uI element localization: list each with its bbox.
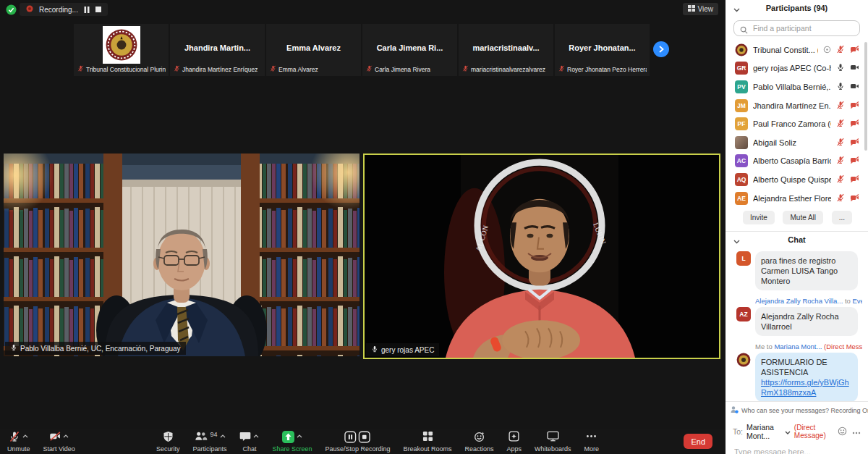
mic-muted-icon <box>462 65 469 73</box>
collapse-chat-icon[interactable] <box>733 237 740 245</box>
chevron-up-icon[interactable] <box>220 432 226 440</box>
chat-title: Chat <box>788 235 805 244</box>
avatar: PV <box>735 80 748 93</box>
side-panel: Participants (94) Tribunal Constit... (H… <box>726 0 868 454</box>
filmstrip-tile-1[interactable]: Tribunal Constitucional Plurina... <box>74 24 169 76</box>
participants-more-button[interactable]: ... <box>832 211 852 224</box>
mic-muted-icon <box>836 154 845 167</box>
camera-off-icon <box>850 154 859 167</box>
zoom-window: Recording... View Tribunal Constituciona… <box>0 0 868 454</box>
chat-header: Chat <box>726 232 868 247</box>
chat-message-3: Me to Mariana Mont... (Direct Message)FO… <box>736 342 862 401</box>
invite-button[interactable]: Invite <box>743 211 775 224</box>
avatar <box>735 136 748 149</box>
tribunal-seal-logo <box>103 26 140 64</box>
end-meeting-button[interactable]: End <box>684 434 712 449</box>
search-participant-input[interactable] <box>733 20 860 36</box>
message-bubble: Alejandra Zally Rocha Villarroel <box>755 307 858 336</box>
video-tile-gery: AL CON LURIN <box>363 154 720 359</box>
avatar <box>735 43 748 56</box>
tile-name-label: Emma Alvarez <box>270 65 318 73</box>
toolbar-chat-button[interactable]: Chat <box>239 431 259 453</box>
toolbar-apps-button[interactable]: Apps <box>507 431 522 453</box>
participant-row-8[interactable]: AQAlberto Quispe Quispe <box>726 170 868 189</box>
message-link[interactable]: https://forms.gle/yBWjGhRmX188mzxaA <box>761 377 852 398</box>
filmstrip-next-button[interactable] <box>653 41 669 57</box>
mic-icon <box>371 345 378 354</box>
chat-icon <box>239 431 251 443</box>
participant-row-1[interactable]: Tribunal Constit... (Host, me) <box>726 41 868 59</box>
message-header: Me to Mariana Mont... (Direct Message) <box>755 342 862 350</box>
chat-more-icon[interactable] <box>852 427 861 436</box>
avatar: AE <box>735 192 748 205</box>
chat-message-list: Lpara fines de registro Carmen LUISA Tan… <box>726 247 868 401</box>
camera-off-icon <box>850 136 859 149</box>
toolbar-security-button[interactable]: Security <box>156 431 180 453</box>
filmstrip-tile-4[interactable]: Carla Jimena Ri...Carla Jimena Rivera <box>362 24 457 76</box>
tile-name-label: Jhandira Martínez Enríquez <box>174 65 258 73</box>
panel-scrollbar[interactable] <box>864 42 867 151</box>
more-icon <box>586 431 597 443</box>
stop-recording-button[interactable] <box>95 7 101 12</box>
camera-off-icon <box>850 173 859 186</box>
mic-muted-icon <box>836 99 845 112</box>
filmstrip-tile-2[interactable]: Jhandira Martin...Jhandira Martínez Enrí… <box>170 24 265 76</box>
pause-recording-button[interactable] <box>84 7 90 13</box>
participant-row-4[interactable]: JMJhandira Martínez En... (Co-host) <box>726 96 868 115</box>
camera-off-icon <box>49 431 61 443</box>
avatar: PF <box>735 117 748 130</box>
mic-muted-icon <box>9 431 20 444</box>
reactions-icon <box>474 431 485 444</box>
tile-display-name: Royer Jhonatan... <box>555 43 650 52</box>
emoji-icon[interactable] <box>838 426 847 437</box>
avatar: L <box>736 251 751 266</box>
toolbar-breakout-rooms-button[interactable]: Breakout Rooms <box>404 431 452 453</box>
audio-indicator-icon <box>823 43 831 56</box>
meeting-area: Recording... View Tribunal Constituciona… <box>0 0 726 454</box>
mute-all-button[interactable]: Mute All <box>783 211 823 224</box>
toolbar-participants-button[interactable]: 94Participants <box>192 431 226 453</box>
chat-privacy-notice: Who can see your messages? Recording On <box>726 401 868 419</box>
participant-row-9[interactable]: AEAlejandra Esther Flores Soria <box>726 189 868 208</box>
participant-row-7[interactable]: ACAlberto Casapía Barrionuevo <box>726 152 868 171</box>
tile-display-name: mariacristinaalv... <box>459 43 553 52</box>
collapse-participants-icon[interactable] <box>733 5 740 14</box>
message-bubble: para fines de registro Carmen LUISA Tang… <box>755 251 858 290</box>
toolbar-reactions-button[interactable]: Reactions <box>465 431 494 453</box>
video-scene-seal: AL CON LURIN <box>365 155 719 358</box>
view-button[interactable]: View <box>683 3 719 15</box>
participant-row-3[interactable]: PVPablo Villalba Bernié,... (Co-host) <box>726 77 868 96</box>
toolbar-start-video-button[interactable]: Start Video <box>43 431 75 453</box>
filmstrip-tile-6[interactable]: Royer Jhonatan...Royer Jhonatan Pezo Her… <box>555 24 650 76</box>
recording-dot-icon <box>26 5 33 14</box>
avatar: AQ <box>735 173 748 186</box>
tile-name-label: Tribunal Constitucional Plurina... <box>77 65 166 73</box>
toolbar-more-button[interactable]: More <box>584 431 599 453</box>
participant-row-2[interactable]: GRgery rojas APEC (Co-host) <box>726 59 868 78</box>
chevron-up-icon[interactable] <box>22 432 28 440</box>
toolbar-pause-stop-recording-button[interactable]: Pause/Stop Recording <box>325 431 390 453</box>
participant-name-text: Pablo Villalba Bernié, UC, Encarnación, … <box>20 345 181 353</box>
whiteboards-icon <box>547 431 559 443</box>
tile-display-name: Emma Alvarez <box>266 43 361 52</box>
recipient-name: Mariana Mont... <box>746 423 783 440</box>
participant-row-6[interactable]: Abigail Soliz <box>726 133 868 152</box>
chevron-up-icon[interactable] <box>253 432 259 440</box>
chevron-right-icon <box>658 44 664 55</box>
toolbar-share-screen-button[interactable]: Share Screen <box>272 431 312 453</box>
participant-row-5[interactable]: PFPaul Franco Zamora (Co-host) <box>726 114 868 133</box>
privacy-notice-text: Who can see your messages? Recording On <box>741 407 868 414</box>
chevron-up-icon[interactable] <box>63 432 69 440</box>
filmstrip-tile-3[interactable]: Emma AlvarezEmma Alvarez <box>266 24 361 76</box>
mic-icon <box>10 344 17 353</box>
filmstrip-tile-5[interactable]: mariacristinaalv...mariacristinaalvareza… <box>459 24 553 76</box>
video-name-label-pablo: Pablo Villalba Bernié, UC, Encarnación, … <box>5 342 186 355</box>
camera-off-icon <box>850 99 859 112</box>
chat-message-input[interactable] <box>733 447 859 454</box>
tile-display-name: Carla Jimena Ri... <box>362 43 457 52</box>
mic-on-icon <box>836 80 845 93</box>
recipient-dropdown[interactable]: Mariana Mont... <box>746 423 791 440</box>
toolbar-whiteboards-button[interactable]: Whiteboards <box>535 431 571 453</box>
toolbar-unmute-button[interactable]: Unmute <box>7 431 30 453</box>
chevron-up-icon[interactable] <box>297 432 302 440</box>
